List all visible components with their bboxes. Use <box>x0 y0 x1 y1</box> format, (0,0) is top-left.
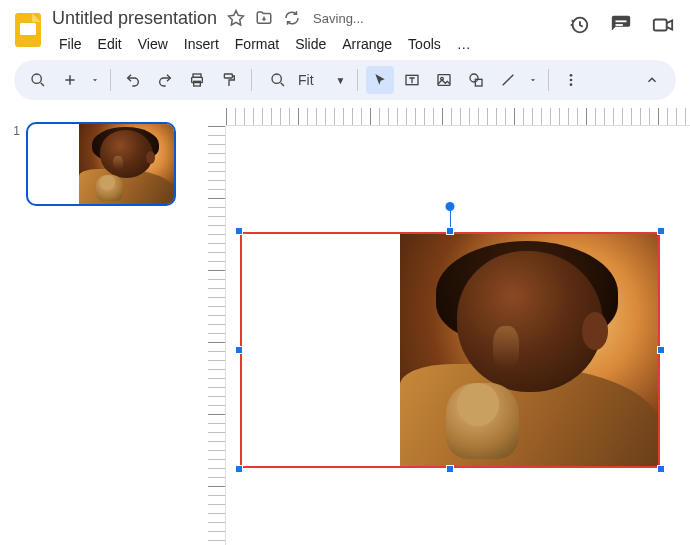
svg-point-18 <box>570 79 573 82</box>
slide-thumbnail-1[interactable] <box>26 122 176 206</box>
menu-overflow[interactable]: … <box>450 32 478 56</box>
doc-title[interactable]: Untitled presentation <box>52 8 217 29</box>
menu-format[interactable]: Format <box>228 32 286 56</box>
menu-edit[interactable]: Edit <box>91 32 129 56</box>
menu-bar: File Edit View Insert Format Slide Arran… <box>52 32 478 56</box>
svg-rect-10 <box>224 74 232 78</box>
menu-view[interactable]: View <box>131 32 175 56</box>
resize-handle-e[interactable] <box>657 346 665 354</box>
paint-format-icon[interactable] <box>215 66 243 94</box>
cloud-sync-icon[interactable] <box>283 9 301 27</box>
resize-handle-se[interactable] <box>657 465 665 473</box>
move-to-folder-icon[interactable] <box>255 9 273 27</box>
redo-icon[interactable] <box>151 66 179 94</box>
ruler-horizontal <box>226 108 690 126</box>
separator <box>357 69 358 91</box>
collapse-toolbar-icon[interactable] <box>638 66 666 94</box>
svg-point-11 <box>272 74 281 83</box>
zoom-label: Fit <box>296 72 316 88</box>
menu-file[interactable]: File <box>52 32 89 56</box>
print-icon[interactable] <box>183 66 211 94</box>
saving-status: Saving... <box>313 11 364 26</box>
chevron-down-icon: ▼ <box>320 75 346 86</box>
rotation-handle[interactable] <box>446 202 455 211</box>
svg-point-15 <box>470 74 478 82</box>
menu-tools[interactable]: Tools <box>401 32 448 56</box>
resize-handle-n[interactable] <box>446 227 454 235</box>
version-history-icon[interactable] <box>568 14 590 36</box>
svg-point-17 <box>570 74 573 77</box>
slide-number: 1 <box>8 124 20 138</box>
menu-slide[interactable]: Slide <box>288 32 333 56</box>
resize-handle-nw[interactable] <box>235 227 243 235</box>
resize-handle-ne[interactable] <box>657 227 665 235</box>
separator <box>110 69 111 91</box>
separator <box>251 69 252 91</box>
svg-rect-13 <box>438 75 450 86</box>
menu-insert[interactable]: Insert <box>177 32 226 56</box>
shape-icon[interactable] <box>462 66 490 94</box>
select-tool-icon[interactable] <box>366 66 394 94</box>
resize-handle-sw[interactable] <box>235 465 243 473</box>
svg-rect-4 <box>616 24 623 26</box>
more-tools-icon[interactable] <box>557 66 585 94</box>
menu-arrange[interactable]: Arrange <box>335 32 399 56</box>
separator <box>548 69 549 91</box>
star-icon[interactable] <box>227 9 245 27</box>
slide-canvas[interactable] <box>200 108 690 545</box>
meet-icon[interactable] <box>652 14 674 36</box>
search-menus-icon[interactable] <box>24 66 52 94</box>
selection-outline <box>240 232 660 468</box>
textbox-icon[interactable] <box>398 66 426 94</box>
undo-icon[interactable] <box>119 66 147 94</box>
ruler-vertical <box>208 126 226 545</box>
slides-logo <box>12 10 44 50</box>
new-slide-icon[interactable] <box>56 66 84 94</box>
svg-point-6 <box>32 74 41 83</box>
resize-handle-w[interactable] <box>235 346 243 354</box>
zoom-icon <box>264 66 292 94</box>
svg-rect-5 <box>654 20 667 31</box>
slide-panel: 1 <box>0 108 200 545</box>
zoom-control[interactable]: Fit ▼ <box>260 66 349 94</box>
toolbar: Fit ▼ <box>14 60 676 100</box>
comments-icon[interactable] <box>610 14 632 36</box>
insert-image-icon[interactable] <box>430 66 458 94</box>
svg-point-19 <box>570 83 573 86</box>
line-dropdown-icon[interactable] <box>526 66 540 94</box>
selected-image[interactable] <box>240 232 660 468</box>
new-slide-dropdown-icon[interactable] <box>88 66 102 94</box>
svg-rect-1 <box>20 23 36 35</box>
svg-rect-16 <box>476 79 483 86</box>
line-icon[interactable] <box>494 66 522 94</box>
resize-handle-s[interactable] <box>446 465 454 473</box>
svg-rect-3 <box>616 20 627 22</box>
slide-thumbnail-row: 1 <box>8 122 192 206</box>
